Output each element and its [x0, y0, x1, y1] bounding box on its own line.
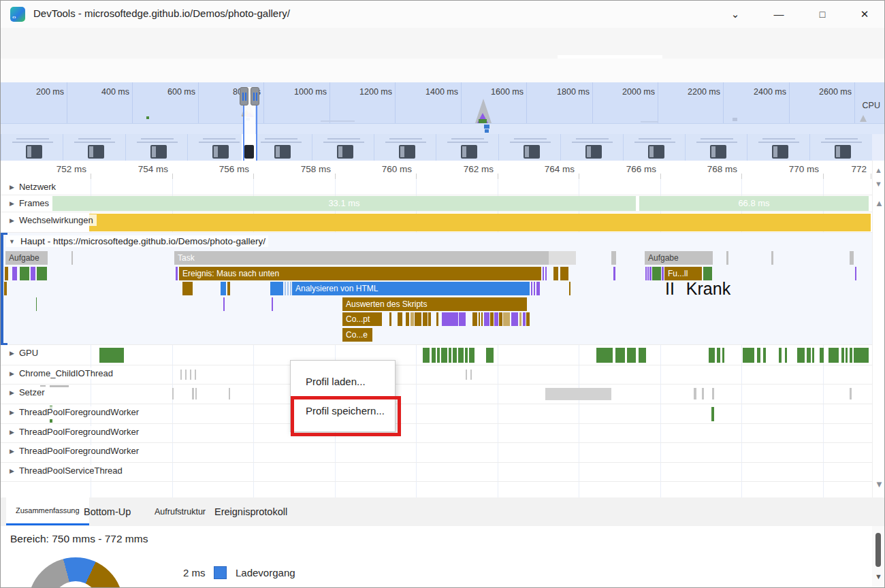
- activity-bar[interactable]: [854, 348, 869, 363]
- film-frame[interactable]: [125, 134, 188, 161]
- activity-bar[interactable]: [797, 348, 805, 363]
- flame-bar[interactable]: [481, 312, 483, 326]
- track-label-wechselwirkungen[interactable]: ▶Wechselwirkungen: [6, 214, 97, 226]
- flame-bar[interactable]: [647, 267, 649, 280]
- flame-bar[interactable]: [176, 267, 178, 280]
- expander-icon[interactable]: ▶: [10, 350, 14, 357]
- expander-icon[interactable]: ▶: [10, 429, 14, 436]
- track-label-haupt[interactable]: ▼Haupt - https://microsoftedge.github.io…: [6, 235, 268, 247]
- flame-bar[interactable]: [569, 282, 570, 295]
- flame-bar[interactable]: [484, 312, 489, 326]
- scroll-down-icon[interactable]: ▼: [875, 180, 882, 188]
- scroll-down-icon[interactable]: ▼: [875, 572, 882, 581]
- activity-bar[interactable]: [850, 388, 852, 399]
- track-label-setzer[interactable]: ▶Setzer: [6, 387, 48, 398]
- flame-bar[interactable]: [611, 251, 616, 265]
- activity-bar[interactable]: [441, 348, 447, 363]
- flame-bar-co-e[interactable]: Co...e: [342, 328, 372, 342]
- flame-bar-aufgabe[interactable]: Aufgabe: [645, 251, 713, 265]
- activity-bar[interactable]: [639, 348, 646, 363]
- flame-bar[interactable]: [523, 312, 526, 326]
- activity-bar[interactable]: [185, 370, 187, 380]
- flame-bar[interactable]: [662, 267, 664, 280]
- activity-bar[interactable]: [627, 348, 636, 363]
- activity-bar[interactable]: [807, 348, 811, 363]
- flame-bar[interactable]: [37, 267, 47, 280]
- expander-icon[interactable]: ▶: [10, 468, 14, 474]
- activity-bar[interactable]: [465, 348, 468, 363]
- flame-bar[interactable]: [221, 282, 226, 295]
- flame-bar[interactable]: [270, 282, 283, 295]
- scroll-up-icon[interactable]: ▲: [875, 198, 884, 208]
- expander-icon[interactable]: ▶: [10, 200, 14, 207]
- activity-bar[interactable]: [466, 370, 467, 380]
- close-button[interactable]: ✕: [852, 5, 878, 24]
- flame-bar[interactable]: [511, 312, 518, 326]
- activity-bar[interactable]: [486, 348, 494, 363]
- flame-bar[interactable]: [12, 267, 17, 280]
- maximize-button[interactable]: □: [809, 5, 835, 24]
- flame-bar[interactable]: [428, 312, 431, 326]
- activity-bar[interactable]: [180, 370, 182, 380]
- flame-bar[interactable]: [645, 267, 647, 280]
- flame-bar[interactable]: [490, 312, 494, 326]
- flame-bar-analysieren-von-html[interactable]: Analysieren von HTML: [292, 282, 530, 295]
- activity-bar[interactable]: [432, 348, 436, 363]
- activity-bar[interactable]: [702, 388, 704, 399]
- activity-bar[interactable]: [195, 388, 197, 399]
- flame-bar[interactable]: [519, 312, 521, 326]
- flame-bar[interactable]: [536, 282, 540, 295]
- activity-bar[interactable]: [449, 348, 451, 363]
- minimize-button[interactable]: —: [766, 5, 792, 24]
- expander-icon[interactable]: ▶: [10, 448, 14, 455]
- track-label-netzwerk[interactable]: ▶Netzwerk: [6, 181, 59, 193]
- film-frame[interactable]: [63, 134, 125, 161]
- expander-icon[interactable]: ▶: [10, 370, 14, 377]
- flame-bar[interactable]: [423, 312, 428, 326]
- activity-bar[interactable]: [722, 348, 724, 363]
- tracks-scrollbar[interactable]: ▲ ▼ ▲ ▼: [872, 161, 885, 497]
- flame-bar[interactable]: [290, 282, 291, 295]
- flame-bar[interactable]: [442, 312, 458, 326]
- bottom-tab-ereignisprotokoll[interactable]: Ereignisprotokoll: [205, 497, 297, 525]
- flame-bar[interactable]: [543, 267, 544, 280]
- activity-bar[interactable]: [615, 348, 625, 363]
- flame-bar[interactable]: [553, 267, 558, 280]
- activity-bar[interactable]: [469, 348, 474, 363]
- scroll-up-icon[interactable]: ▲: [875, 166, 882, 174]
- flame-bar[interactable]: [406, 312, 409, 326]
- flame-bar[interactable]: [850, 251, 854, 265]
- track-label-gpu[interactable]: ▶GPU: [6, 347, 42, 359]
- activity-bar[interactable]: [89, 214, 871, 231]
- track-label-threadpoolforegroundworker-1[interactable]: ▶ThreadPoolForegroundWorker: [6, 406, 142, 418]
- activity-bar[interactable]: [757, 348, 760, 363]
- flame-bar[interactable]: [531, 282, 532, 295]
- flame-bar-task[interactable]: Task: [174, 251, 549, 265]
- flame-bar[interactable]: [398, 312, 402, 326]
- activity-bar[interactable]: [458, 348, 464, 363]
- scroll-down-icon[interactable]: ▼: [875, 479, 884, 489]
- flame-bar[interactable]: [459, 312, 466, 326]
- film-frame[interactable]: [747, 134, 809, 161]
- flame-bar[interactable]: [71, 251, 73, 265]
- flame-bar[interactable]: [613, 267, 615, 280]
- activity-bar[interactable]: [850, 348, 852, 363]
- bottom-tab-bottom-up[interactable]: Bottom-Up: [74, 497, 140, 525]
- flame-bar[interactable]: [415, 312, 421, 326]
- flame-bar[interactable]: [503, 312, 510, 326]
- flame-bar[interactable]: [545, 267, 547, 280]
- flame-bar[interactable]: [534, 282, 535, 295]
- activity-bar[interactable]: [717, 348, 720, 363]
- expander-icon[interactable]: ▶: [10, 184, 14, 191]
- activity-bar[interactable]: [846, 348, 848, 363]
- summary-scrollbar-thumb[interactable]: [875, 533, 881, 567]
- flame-bar[interactable]: [479, 312, 480, 326]
- activity-bar[interactable]: [596, 348, 613, 363]
- film-frame[interactable]: [312, 134, 374, 161]
- flame-bar[interactable]: [20, 267, 29, 280]
- flame-bar[interactable]: [499, 312, 502, 326]
- activity-bar[interactable]: [709, 348, 715, 363]
- track-label-threadpoolforegroundworker-3[interactable]: ▶ThreadPoolForegroundWorker: [6, 445, 142, 457]
- flame-bar-auswerten-des-skripts[interactable]: Auswerten des Skripts: [342, 297, 527, 311]
- activity-bar[interactable]: [828, 348, 839, 363]
